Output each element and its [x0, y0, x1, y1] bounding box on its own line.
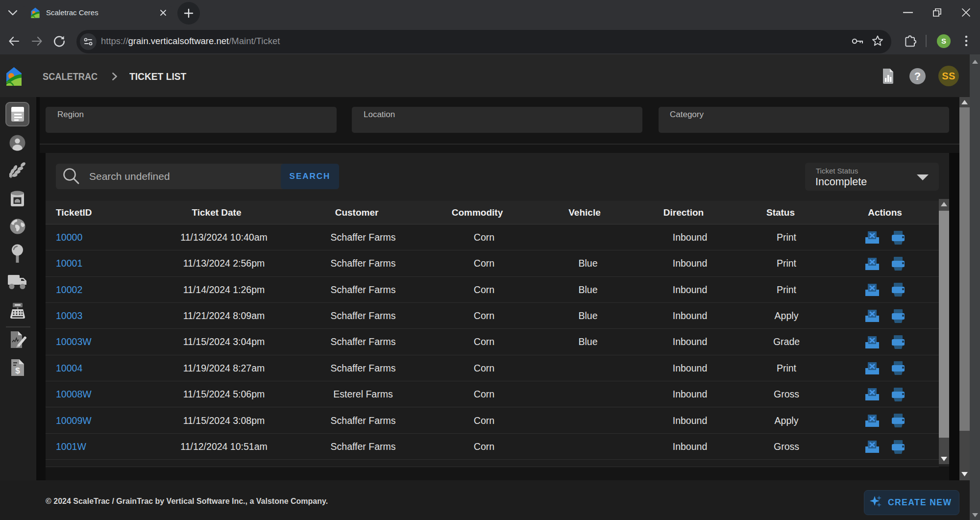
svg-text:$: $ — [15, 366, 20, 375]
